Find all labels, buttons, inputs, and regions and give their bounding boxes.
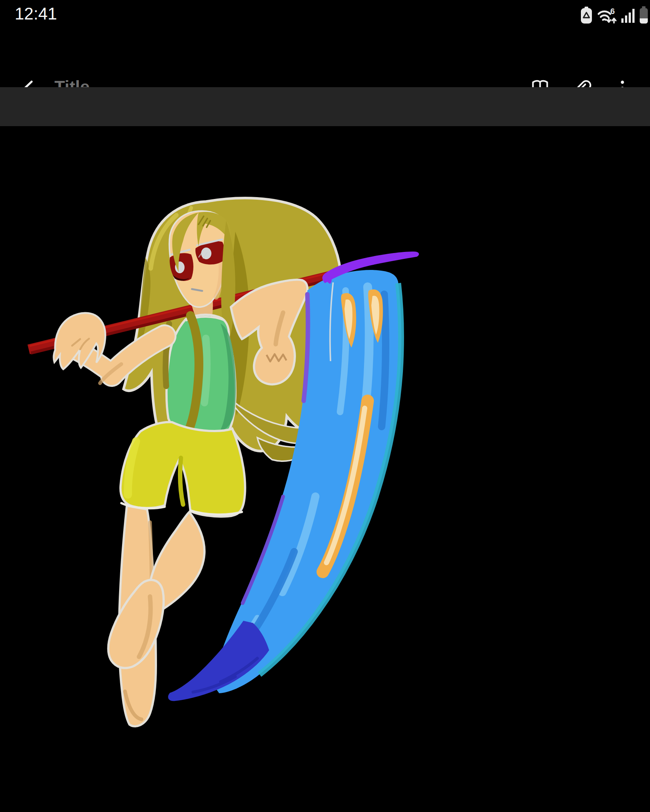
artwork-character-with-banner xyxy=(29,198,419,726)
battery-saver-icon xyxy=(581,7,592,23)
status-icons: 6 xyxy=(571,3,648,26)
clock: 12:41 xyxy=(15,4,57,23)
wifi6-arrows-icon: 6 xyxy=(598,7,616,23)
battery-icon xyxy=(640,6,648,23)
signal-strength-icon xyxy=(621,9,635,23)
note-header: Title xyxy=(0,29,650,87)
drawing-toolbar: A a xyxy=(0,87,650,126)
drawing-canvas[interactable] xyxy=(0,126,650,812)
svg-text:6: 6 xyxy=(610,7,615,16)
status-bar: 12:41 6 xyxy=(0,0,650,29)
notes-app-screen: 12:41 6 xyxy=(0,0,650,812)
